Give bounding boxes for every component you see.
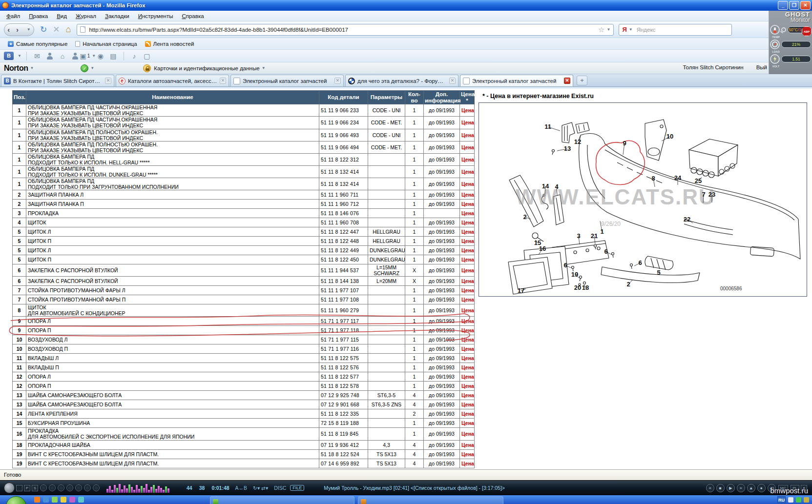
- files-icon[interactable]: ▢: [142, 51, 152, 61]
- quick-launch-icon[interactable]: [69, 497, 75, 503]
- price-link[interactable]: Цена: [461, 402, 474, 407]
- tab-close-icon[interactable]: ✕: [220, 78, 226, 84]
- prev-button[interactable]: «: [706, 484, 714, 492]
- stop-button[interactable]: ■: [716, 484, 725, 492]
- menu-item-3[interactable]: Журнал: [71, 12, 101, 20]
- music-icon[interactable]: ♪: [129, 51, 140, 61]
- reload-button[interactable]: ↻: [40, 24, 47, 35]
- file-badge[interactable]: FILE: [290, 485, 304, 491]
- price-link[interactable]: Цена: [461, 267, 474, 273]
- price-link[interactable]: Цена: [461, 364, 474, 370]
- price-link[interactable]: Цена: [461, 210, 474, 216]
- vk-dropdown-icon[interactable]: ▼: [18, 54, 21, 58]
- taskbar-window-button[interactable]: [358, 496, 503, 504]
- next-button[interactable]: »: [737, 484, 745, 492]
- price-link[interactable]: Цена: [461, 278, 474, 284]
- menu-item-5[interactable]: Инструменты: [134, 12, 178, 20]
- price-link[interactable]: Цена: [461, 297, 474, 302]
- player-mini-button[interactable]: [75, 484, 82, 491]
- price-link[interactable]: Цена: [461, 307, 474, 313]
- price-link[interactable]: Цена: [461, 337, 474, 343]
- player-mini-button[interactable]: [66, 484, 73, 491]
- contact-icon[interactable]: [44, 51, 55, 61]
- price-link[interactable]: Цена: [461, 451, 474, 457]
- tab-0[interactable]: BВ Контакте | Толян Slitch Сиротинин✕: [1, 75, 114, 86]
- url-bar[interactable]: http://www.elcats.ru/bmw/Parts.aspx?MdlI…: [77, 24, 614, 36]
- norton-safeweb-icon[interactable]: ✓: [81, 64, 88, 72]
- minimize-button[interactable]: _: [778, 1, 788, 10]
- bookmark-item[interactable]: Лента новостей: [141, 40, 198, 48]
- url-text[interactable]: http://www.elcats.ru/bmw/Parts.aspx?MdlI…: [89, 27, 595, 33]
- ab-repeat-label[interactable]: A↔B: [235, 485, 248, 491]
- player-window-button[interactable]: [16, 485, 22, 491]
- player-mini-button[interactable]: [58, 484, 64, 491]
- tab-1[interactable]: eКаталоги автозапчастей, аксессуар...✕: [116, 75, 229, 86]
- price-link[interactable]: Цена: [461, 238, 474, 244]
- price-link[interactable]: Цена: [461, 346, 474, 352]
- price-link[interactable]: Цена: [461, 327, 474, 333]
- bookmark-item[interactable]: Начальная страница: [71, 40, 141, 48]
- menu-item-1[interactable]: Правка: [24, 12, 52, 20]
- restore-button[interactable]: ❐: [789, 1, 799, 10]
- norton-dropdown-icon[interactable]: ▼: [30, 66, 34, 70]
- price-link[interactable]: Цена: [461, 247, 474, 253]
- player-mini-button[interactable]: [49, 484, 56, 491]
- magnifier-icon[interactable]: [781, 27, 786, 32]
- menu-item-6[interactable]: Справка: [177, 12, 208, 20]
- price-link[interactable]: Цена: [461, 431, 474, 437]
- player-playlist-button[interactable]: P: [24, 485, 30, 491]
- language-indicator[interactable]: RU: [777, 496, 786, 503]
- quick-launch-icon[interactable]: [61, 497, 66, 503]
- tab-4[interactable]: Электронный каталог запчастей✕: [460, 75, 573, 86]
- adblock-icon[interactable]: ABP: [802, 26, 812, 36]
- price-link[interactable]: Цена: [461, 201, 474, 207]
- price-link[interactable]: Цена: [461, 157, 474, 162]
- disc-icon[interactable]: ◉: [95, 51, 106, 61]
- price-link[interactable]: Цена: [461, 355, 474, 361]
- cards-dropdown-icon[interactable]: ▼: [262, 66, 266, 70]
- back-icon[interactable]: ‹: [7, 25, 10, 34]
- forward-icon[interactable]: ›: [16, 25, 19, 34]
- price-link[interactable]: Цена: [461, 420, 474, 426]
- quick-launch-icon[interactable]: [78, 497, 84, 503]
- tab-close-icon[interactable]: ✕: [105, 78, 111, 84]
- notes-icon[interactable]: ▤: [108, 51, 119, 61]
- tab-close-icon[interactable]: ✕: [449, 78, 456, 84]
- player-settings-button[interactable]: S: [32, 485, 38, 491]
- price-link[interactable]: Цена: [461, 181, 474, 187]
- player-mini-button[interactable]: [40, 484, 47, 491]
- identity-lock-icon[interactable]: [143, 64, 151, 72]
- menu-item-0[interactable]: Файл: [2, 12, 24, 20]
- quick-launch-icon[interactable]: [43, 497, 49, 503]
- stop-button[interactable]: ✕: [53, 24, 60, 35]
- record-button[interactable]: ●: [757, 484, 766, 492]
- player-mini-button[interactable]: [93, 484, 100, 491]
- price-link[interactable]: Цена: [461, 318, 474, 324]
- price-link[interactable]: Цена: [461, 192, 474, 198]
- tray-icon[interactable]: [796, 497, 801, 503]
- yandex-icon[interactable]: Я: [622, 26, 626, 33]
- loop-shuffle-icons[interactable]: ↻▾ ⇄▾: [253, 485, 268, 491]
- logout-link[interactable]: Вый: [756, 64, 767, 70]
- price-link[interactable]: Цена: [461, 287, 474, 293]
- menu-item-2[interactable]: Вид: [52, 12, 71, 20]
- tab-close-icon[interactable]: ✕: [334, 78, 341, 84]
- vk-button[interactable]: B: [4, 52, 14, 60]
- home-button[interactable]: ⌂: [66, 24, 71, 35]
- search-placeholder[interactable]: Яндекс: [637, 27, 656, 33]
- home-icon[interactable]: ⌂: [57, 51, 68, 61]
- bookmark-item[interactable]: ★Самые популярные: [4, 40, 71, 48]
- price-link[interactable]: Цена: [461, 169, 474, 175]
- norton-logo[interactable]: Norton: [4, 64, 28, 73]
- mail-icon[interactable]: ✉: [32, 51, 42, 61]
- price-link[interactable]: Цена: [461, 220, 474, 225]
- menu-item-4[interactable]: Закладки: [101, 12, 134, 20]
- safeweb-dropdown-icon[interactable]: ▼: [90, 66, 94, 70]
- close-button[interactable]: ✕: [800, 1, 811, 10]
- tray-icon[interactable]: [788, 497, 793, 503]
- search-box[interactable]: Я ▼ Яндекс: [619, 24, 732, 36]
- player-logo-icon[interactable]: [4, 483, 15, 493]
- price-link[interactable]: Цена: [461, 461, 474, 466]
- play-button[interactable]: ▶: [727, 484, 735, 492]
- price-link[interactable]: Цена: [461, 374, 474, 380]
